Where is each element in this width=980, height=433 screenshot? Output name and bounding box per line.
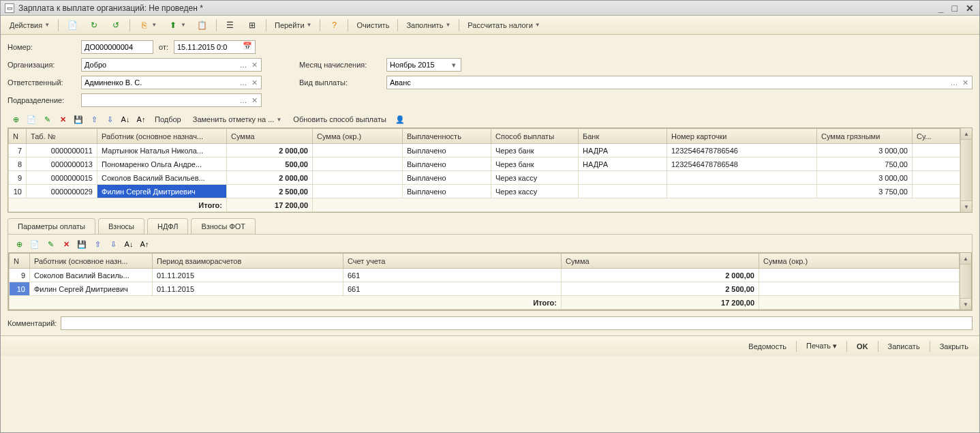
comment-row: Комментарий:: [1, 311, 979, 335]
col-worker[interactable]: Работник (основное назнач...: [97, 129, 227, 144]
table-row[interactable]: 90000000015Соколов Василий Васильев...2 …: [9, 171, 960, 185]
go-button[interactable]: Перейти▼: [270, 18, 317, 32]
replace-mark-button[interactable]: Заменить отметку на ...▼: [188, 113, 287, 126]
vscroll[interactable]: ▲ ▼: [960, 253, 971, 310]
fill-button[interactable]: Заполнить▼: [401, 18, 455, 32]
person-icon[interactable]: 👤: [393, 113, 407, 126]
add-row-icon[interactable]: ⊕: [9, 113, 22, 126]
maximize-button[interactable]: □: [951, 3, 959, 14]
col-method[interactable]: Способ выплаты: [491, 129, 579, 144]
structure-icon[interactable]: ⊞: [242, 17, 262, 33]
save-row-icon[interactable]: 💾: [75, 237, 89, 251]
update-method-button[interactable]: Обновить способ выплаты: [288, 113, 391, 126]
clear-icon[interactable]: ✕: [249, 95, 260, 106]
col-sum[interactable]: Сумма: [562, 254, 759, 269]
edit-row-icon[interactable]: ✎: [40, 113, 54, 126]
delete-row-icon[interactable]: ✕: [56, 113, 70, 126]
link-icon[interactable]: ⎘▼: [134, 17, 162, 33]
dropdown-icon[interactable]: …: [238, 77, 249, 88]
scroll-down-icon[interactable]: ▼: [961, 200, 972, 212]
sort-desc-icon[interactable]: A↑: [138, 237, 151, 251]
tab-ndfl[interactable]: НДФЛ: [147, 218, 188, 234]
dropdown-icon[interactable]: …: [949, 77, 960, 88]
sort-asc-icon[interactable]: A↓: [122, 237, 136, 251]
calendar-icon[interactable]: 📅: [243, 42, 254, 53]
col-n[interactable]: N: [9, 129, 27, 144]
actions-button[interactable]: Действия▼: [5, 18, 55, 32]
move-down-icon[interactable]: ⇩: [103, 113, 117, 126]
vscroll[interactable]: ▲ ▼: [960, 128, 972, 212]
table-row[interactable]: 80000000013Пономаренко Ольга Андре...500…: [9, 158, 960, 171]
total-sum: 17 200,00: [227, 198, 313, 212]
subdivision-field[interactable]: …✕: [81, 93, 262, 107]
table-row[interactable]: 100000000029Филин Сергей Дмитриевич2 500…: [9, 185, 960, 198]
move-up-icon[interactable]: ⇧: [91, 237, 104, 251]
col-period[interactable]: Период взаиморасчетов: [153, 254, 343, 269]
move-up-icon[interactable]: ⇧: [87, 113, 101, 126]
comment-field[interactable]: [61, 316, 973, 330]
payment-type-field[interactable]: Аванс…✕: [386, 76, 973, 89]
number-field[interactable]: ДО000000004: [81, 40, 153, 54]
new-doc-icon[interactable]: 📄: [62, 17, 82, 33]
tab-contributions[interactable]: Взносы: [98, 218, 144, 234]
col-paid[interactable]: Выплаченность: [403, 129, 491, 144]
export-icon[interactable]: ↺: [106, 17, 126, 33]
sort-asc-icon[interactable]: A↓: [119, 113, 132, 126]
col-card[interactable]: Номер карточки: [667, 129, 817, 144]
close-button-footer[interactable]: Закрыть: [936, 340, 973, 353]
minimize-button[interactable]: _: [937, 3, 945, 14]
dropdown-icon[interactable]: …: [238, 59, 249, 70]
edit-row-icon[interactable]: ✎: [44, 237, 57, 251]
table-row[interactable]: 10Филин Сергей Дмитриевич01.11.20156612 …: [10, 282, 960, 296]
spinner-icon[interactable]: ▾: [448, 59, 459, 70]
close-button[interactable]: ✕: [964, 3, 975, 14]
list-icon[interactable]: ☰: [220, 17, 241, 33]
table-row[interactable]: 70000000011Мартынюк Наталья Никола...2 0…: [9, 144, 960, 158]
clear-icon[interactable]: ✕: [249, 77, 260, 88]
add-row-icon[interactable]: ⊕: [12, 237, 26, 251]
col-worker[interactable]: Работник (основное назн...: [30, 254, 153, 269]
ok-button[interactable]: OK: [853, 340, 872, 353]
selection-button[interactable]: Подбор: [150, 113, 186, 126]
clear-icon[interactable]: ✕: [249, 59, 260, 70]
copy-row-icon[interactable]: 📄: [25, 113, 38, 126]
col-su[interactable]: Су...: [913, 129, 960, 144]
tab-fot[interactable]: Взносы ФОТ: [191, 218, 256, 234]
date-field[interactable]: 15.11.2015 0:0📅: [174, 40, 256, 54]
save-button[interactable]: Записать: [884, 340, 924, 353]
delete-row-icon[interactable]: ✕: [59, 237, 73, 251]
form-header: Номер: ДО000000004 от: 15.11.2015 0:0📅 О…: [1, 35, 979, 111]
clear-icon[interactable]: ✕: [960, 77, 970, 88]
responsible-field[interactable]: Админенко В. С.…✕: [81, 76, 262, 89]
import-icon[interactable]: ↻: [84, 17, 104, 33]
org-field[interactable]: Добро…✕: [81, 58, 262, 72]
month-field[interactable]: Ноябрь 2015▾: [386, 58, 461, 72]
scroll-up-icon[interactable]: ▲: [961, 128, 972, 140]
move-down-icon[interactable]: ⇩: [106, 237, 120, 251]
col-sum-okr[interactable]: Сумма (окр.): [313, 129, 403, 144]
col-account[interactable]: Счет учета: [343, 254, 562, 269]
apply-icon[interactable]: 📋: [192, 17, 213, 33]
table-row[interactable]: 9Соколов Василий Василь...01.11.20156612…: [10, 269, 960, 282]
col-sum[interactable]: Сумма: [227, 129, 313, 144]
dropdown-icon[interactable]: …: [238, 95, 249, 106]
col-sum-okr[interactable]: Сумма (окр.): [759, 254, 960, 269]
sort-desc-icon[interactable]: A↑: [134, 113, 148, 126]
help-icon[interactable]: ?: [324, 17, 344, 33]
col-tab[interactable]: Таб. №: [27, 129, 97, 144]
col-gross[interactable]: Сумма грязными: [817, 129, 913, 144]
main-toolbar: Действия▼ 📄 ↻ ↺ ⎘▼ ⬆▼ 📋 ☰ ⊞ Перейти▼ ? О…: [1, 16, 979, 35]
save-row-icon[interactable]: 💾: [72, 113, 85, 126]
sheet-button[interactable]: Ведомость: [744, 340, 791, 353]
copy-row-icon[interactable]: 📄: [28, 237, 42, 251]
scroll-up-icon[interactable]: ▲: [960, 253, 971, 265]
clear-button[interactable]: Очистить: [352, 18, 394, 32]
col-bank[interactable]: Банк: [579, 129, 667, 144]
hierarchy-icon[interactable]: ⬆▼: [163, 17, 191, 33]
print-button[interactable]: Печать ▾: [802, 339, 841, 353]
tab-payment-params[interactable]: Параметры оплаты: [7, 218, 95, 234]
calc-taxes-button[interactable]: Рассчитать налоги▼: [463, 18, 545, 32]
scroll-down-icon[interactable]: ▼: [960, 298, 971, 310]
col-n[interactable]: N: [10, 254, 30, 269]
tabs: Параметры оплаты Взносы НДФЛ Взносы ФОТ: [7, 218, 973, 234]
